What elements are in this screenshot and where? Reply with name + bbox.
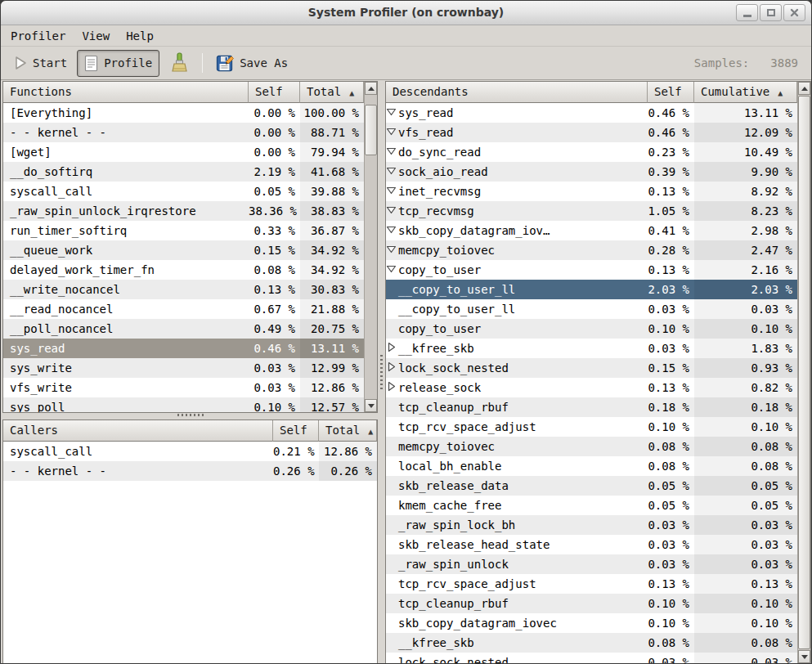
minimize-button[interactable] (736, 4, 758, 21)
tree-row[interactable]: lock_sock_nested0.15 %0.93 % (386, 358, 797, 378)
functions-column-header[interactable]: Functions (3, 82, 249, 103)
expander-open-icon[interactable] (386, 204, 398, 215)
table-row[interactable]: vfs_write0.03 %12.86 % (3, 378, 364, 397)
table-row[interactable]: sys_write0.03 %12.99 % (3, 358, 364, 378)
scroll-up-button[interactable] (365, 82, 377, 95)
descendants-self-column-header[interactable]: Self (648, 82, 694, 103)
menubar: Profiler View Help (1, 25, 811, 46)
table-row[interactable]: __write_nocancel0.13 %30.83 % (3, 280, 364, 299)
main-area: Functions Self Total▲ [Everything]0.00 %… (1, 79, 811, 663)
table-row[interactable]: run_timer_softirq0.33 %36.87 % (3, 221, 364, 240)
tree-row[interactable]: tcp_cleanup_rbuf0.10 %0.10 % (386, 594, 797, 613)
tree-row[interactable]: sock_aio_read0.39 %9.90 % (386, 162, 797, 182)
tree-row[interactable]: inet_recvmsg0.13 %8.92 % (386, 182, 797, 201)
function-name: vfs_read (398, 126, 453, 139)
horizontal-splitter-handle[interactable] (177, 414, 204, 416)
descendants-scrollbar[interactable] (797, 82, 810, 663)
tree-row[interactable]: memcpy_toiovec0.08 %0.08 % (386, 437, 797, 456)
profile-toggle-button[interactable]: Profile (77, 50, 159, 77)
table-row[interactable]: - - kernel - -0.26 %0.26 % (3, 461, 377, 481)
scrollbar-thumb[interactable] (798, 96, 810, 649)
expander-closed-icon[interactable] (386, 361, 398, 372)
expander-open-icon[interactable] (386, 185, 398, 195)
functions-scrollbar[interactable] (364, 82, 377, 412)
expander-open-icon[interactable] (386, 224, 398, 235)
expander-open-icon[interactable] (386, 146, 398, 156)
table-row[interactable]: syscall_call0.05 %39.88 % (3, 182, 364, 201)
scroll-down-button[interactable] (365, 399, 377, 412)
table-row[interactable]: delayed_work_timer_fn0.08 %34.92 % (3, 260, 364, 280)
tree-row[interactable]: vfs_read0.46 %12.09 % (386, 123, 797, 142)
function-name: syscall_call (3, 182, 249, 201)
tree-row[interactable]: __kfree_skb0.08 %0.08 % (386, 633, 797, 653)
tree-row[interactable]: lock_sock_nested0.03 %0.03 % (386, 653, 797, 663)
self-percent: 0.03 % (249, 358, 300, 378)
scrollbar-thumb[interactable] (365, 105, 377, 155)
tree-row[interactable]: __copy_to_user_ll2.03 %2.03 % (386, 280, 797, 299)
table-row[interactable]: syscall_call0.21 %12.86 % (3, 442, 377, 461)
table-row[interactable]: [wget]0.00 %79.94 % (3, 142, 364, 162)
menu-help[interactable]: Help (124, 28, 155, 44)
tree-row[interactable]: __copy_to_user_ll0.03 %0.03 % (386, 299, 797, 319)
up-arrow-icon (801, 87, 808, 91)
tree-row[interactable]: skb_copy_datagram_iovec0.10 %0.10 % (386, 613, 797, 633)
descendants-cumulative-column-header[interactable]: Cumulative▲ (694, 82, 797, 103)
tree-row[interactable]: sys_read0.46 %13.11 % (386, 103, 797, 123)
tree-row[interactable]: skb_copy_datagram_iov…0.41 %2.98 % (386, 221, 797, 240)
table-row[interactable]: [Everything]0.00 %100.00 % (3, 103, 364, 123)
tree-row[interactable]: release_sock0.13 %0.82 % (386, 378, 797, 397)
table-row[interactable]: sys_read0.46 %13.11 % (3, 339, 364, 358)
tree-row[interactable]: copy_to_user0.10 %0.10 % (386, 319, 797, 339)
maximize-button[interactable] (760, 4, 782, 21)
vertical-splitter-handle[interactable] (380, 355, 383, 389)
tree-row[interactable]: memcpy_toiovec0.28 %2.47 % (386, 240, 797, 260)
menu-view[interactable]: View (80, 28, 111, 44)
self-percent: 0.10 % (648, 417, 694, 437)
tree-row[interactable]: do_sync_read0.23 %10.49 % (386, 142, 797, 162)
tree-row[interactable]: _raw_spin_unlock0.03 %0.03 % (386, 554, 797, 574)
expander-open-icon[interactable] (386, 244, 398, 254)
tree-row[interactable]: local_bh_enable0.08 %0.08 % (386, 456, 797, 476)
menu-profiler[interactable]: Profiler (9, 28, 67, 44)
cumulative-percent: 0.10 % (694, 594, 797, 613)
tree-row[interactable]: skb_release_head_state0.03 %0.03 % (386, 535, 797, 554)
clear-button[interactable] (163, 48, 195, 78)
tree-row[interactable]: tcp_rcv_space_adjust0.10 %0.10 % (386, 417, 797, 437)
callers-column-header[interactable]: Callers (3, 420, 273, 442)
expander-closed-icon[interactable] (386, 381, 398, 392)
tree-row[interactable]: tcp_rcv_space_adjust0.13 %0.13 % (386, 574, 797, 594)
tree-row[interactable]: copy_to_user0.13 %2.16 % (386, 260, 797, 280)
expander-closed-icon[interactable] (386, 342, 398, 352)
table-row[interactable]: _raw_spin_unlock_irqrestore38.36 %38.83 … (3, 201, 364, 221)
tree-row[interactable]: __kfree_skb0.03 %1.83 % (386, 339, 797, 358)
table-row[interactable]: __do_softirq2.19 %41.68 % (3, 162, 364, 182)
close-button[interactable] (783, 4, 805, 21)
tree-row[interactable]: skb_release_data0.05 %0.05 % (386, 476, 797, 496)
functions-self-column-header[interactable]: Self (249, 82, 300, 103)
table-row[interactable]: __queue_work0.15 %34.92 % (3, 240, 364, 260)
table-row[interactable]: sys_poll0.10 %12.57 % (3, 397, 364, 412)
table-row[interactable]: - - kernel - -0.00 %88.71 % (3, 123, 364, 142)
table-row[interactable]: __poll_nocancel0.49 %20.75 % (3, 319, 364, 339)
table-row[interactable]: __read_nocancel0.67 %21.88 % (3, 299, 364, 319)
expander-open-icon[interactable] (386, 126, 398, 137)
scroll-down-button[interactable] (798, 650, 810, 663)
self-percent: 0.05 % (648, 476, 694, 496)
descendants-column-header[interactable]: Descendants (386, 82, 648, 103)
callers-self-column-header[interactable]: Self (273, 420, 319, 442)
tree-row[interactable]: tcp_cleanup_rbuf0.18 %0.18 % (386, 397, 797, 417)
expander-open-icon[interactable] (386, 263, 398, 274)
function-name: __read_nocancel (3, 299, 249, 319)
expander-open-icon[interactable] (386, 106, 398, 117)
function-name: __write_nocancel (3, 280, 249, 299)
start-button[interactable]: Start (7, 52, 74, 74)
self-percent: 0.15 % (249, 240, 300, 260)
save-as-button[interactable]: Save As (209, 50, 294, 76)
expander-open-icon[interactable] (386, 165, 398, 176)
functions-total-column-header[interactable]: Total▲ (300, 82, 364, 103)
tree-row[interactable]: tcp_recvmsg1.05 %8.23 % (386, 201, 797, 221)
scroll-up-button[interactable] (798, 82, 810, 95)
callers-total-column-header[interactable]: Total▲ (319, 420, 377, 442)
tree-row[interactable]: kmem_cache_free0.05 %0.05 % (386, 496, 797, 515)
tree-row[interactable]: _raw_spin_lock_bh0.03 %0.03 % (386, 515, 797, 535)
